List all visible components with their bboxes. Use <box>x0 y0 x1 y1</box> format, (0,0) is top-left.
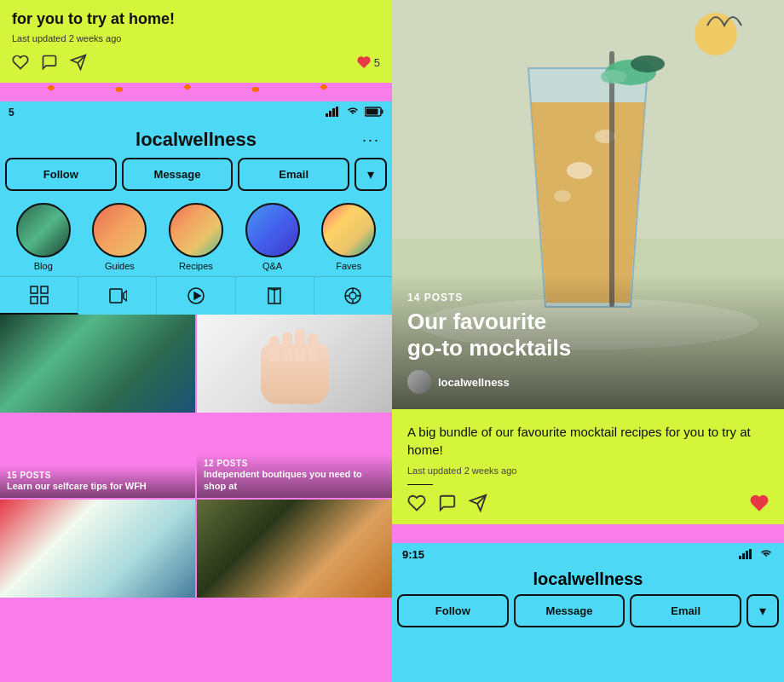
svg-rect-2 <box>326 113 328 117</box>
bottom-profile-preview: 9:15 localwellness Follow Message Email … <box>392 543 784 682</box>
main-container: for you to try at home! Last updated 2 w… <box>0 0 784 682</box>
preview-follow-button[interactable]: Follow <box>397 594 509 627</box>
svg-rect-39 <box>746 551 748 559</box>
top-card-icons <box>12 54 87 71</box>
big-post-overlay: 14 POSTS Our favouritego-to mocktails lo… <box>392 275 784 409</box>
desc-comment-button[interactable] <box>438 494 457 512</box>
dropdown-button[interactable]: ▾ <box>355 158 387 191</box>
big-post-card[interactable]: 14 POSTS Our favouritego-to mocktails lo… <box>392 0 784 409</box>
status-icons <box>326 107 383 118</box>
svg-rect-8 <box>366 109 378 115</box>
post-overlay-1: 15 POSTS Learn our selfcare tips for WFH <box>0 465 195 497</box>
desc-card: A big bundle of our favourite mocktail r… <box>392 409 784 524</box>
top-card-actions: 5 <box>12 54 380 71</box>
desc-text: A big bundle of our favourite mocktail r… <box>407 423 769 459</box>
story-circle-faves <box>321 203 376 257</box>
desc-divider <box>407 484 433 485</box>
svg-rect-38 <box>742 553 745 559</box>
tab-video[interactable] <box>78 277 157 315</box>
svg-rect-37 <box>739 556 741 559</box>
wifi-icon <box>345 107 360 118</box>
share-button[interactable] <box>70 54 87 71</box>
preview-status-bar: 9:15 <box>392 543 784 564</box>
tab-tag[interactable] <box>314 277 392 315</box>
svg-rect-7 <box>382 110 383 114</box>
story-label-blog: Blog <box>34 261 53 271</box>
preview-time: 9:15 <box>402 548 424 561</box>
tab-grid[interactable] <box>0 277 78 315</box>
battery-icon <box>365 107 383 118</box>
preview-email-button[interactable]: Email <box>630 594 741 627</box>
status-bar: 5 <box>0 101 392 122</box>
svg-point-29 <box>554 190 571 202</box>
svg-marker-14 <box>124 291 127 301</box>
preview-message-button[interactable]: Message <box>514 594 625 627</box>
big-post-count: 14 POSTS <box>407 292 769 303</box>
svg-rect-4 <box>332 108 335 117</box>
big-post-title: Our favouritego-to mocktails <box>407 309 769 361</box>
more-options-button[interactable]: ··· <box>362 131 380 149</box>
preview-username: localwellness <box>392 564 784 594</box>
svg-rect-10 <box>41 286 48 293</box>
story-label-guides: Guides <box>105 261 135 271</box>
post-thumb-3[interactable] <box>0 500 195 683</box>
heart-button[interactable] <box>12 54 29 71</box>
desc-actions <box>407 494 769 512</box>
profile-username: localwellness <box>135 129 257 151</box>
left-panel: for you to try at home! Last updated 2 w… <box>0 0 392 682</box>
story-label-recipes: Recipes <box>179 261 213 271</box>
story-blog[interactable]: Blog <box>16 203 71 271</box>
svg-rect-5 <box>336 107 338 117</box>
email-button[interactable]: Email <box>238 158 349 191</box>
story-recipes[interactable]: Recipes <box>169 203 223 271</box>
desc-bookmark-button[interactable] <box>750 494 769 512</box>
tab-book[interactable] <box>236 277 314 315</box>
like-count: 5 <box>357 55 380 69</box>
tabs-row <box>0 276 392 315</box>
signal-icon <box>326 107 341 118</box>
desc-share-button[interactable] <box>469 494 487 512</box>
top-card: for you to try at home! Last updated 2 w… <box>0 0 392 83</box>
svg-rect-30 <box>609 51 614 307</box>
profile-header: localwellness ··· <box>0 122 392 158</box>
svg-point-27 <box>567 162 592 179</box>
story-circle-guides <box>92 203 147 257</box>
status-time: 5 <box>9 107 14 118</box>
story-circle-recipes <box>169 203 223 257</box>
svg-rect-12 <box>41 297 48 303</box>
desc-heart-button[interactable] <box>407 494 426 512</box>
svg-rect-9 <box>31 286 37 293</box>
story-circle-qa <box>245 203 300 257</box>
svg-rect-11 <box>31 297 37 303</box>
animal-strip-right <box>392 524 784 543</box>
post-count-2: 12 POSTS <box>204 459 385 468</box>
post-title-2: Independent boutiques you need to shop a… <box>204 468 385 493</box>
tab-reels[interactable] <box>157 277 235 315</box>
story-faves[interactable]: Faves <box>321 203 376 271</box>
comment-button[interactable] <box>41 54 58 71</box>
preview-dropdown-button[interactable]: ▾ <box>747 594 779 627</box>
post-thumb-2[interactable]: 12 POSTS Independent boutiques you need … <box>197 315 392 498</box>
svg-marker-16 <box>194 292 200 299</box>
author-avatar <box>407 370 431 394</box>
svg-point-33 <box>601 70 626 84</box>
svg-point-32 <box>631 55 665 72</box>
svg-point-19 <box>349 292 356 299</box>
post-thumb-4[interactable] <box>197 500 392 683</box>
preview-status-icons <box>739 549 774 561</box>
story-label-qa: Q&A <box>262 261 282 271</box>
top-card-title: for you to try at home! <box>12 10 380 28</box>
story-guides[interactable]: Guides <box>92 203 147 271</box>
preview-actions: Follow Message Email ▾ <box>392 594 784 633</box>
svg-rect-13 <box>110 289 122 303</box>
svg-rect-3 <box>329 111 331 117</box>
top-card-updated: Last updated 2 weeks ago <box>12 33 380 43</box>
post-thumb-1[interactable]: 15 POSTS Learn our selfcare tips for WFH <box>0 315 195 498</box>
stories-row: Blog Guides Recipes Q&A Faves <box>0 199 392 276</box>
story-qa[interactable]: Q&A <box>245 203 300 271</box>
follow-button[interactable]: Follow <box>5 158 117 191</box>
right-panel: 14 POSTS Our favouritego-to mocktails lo… <box>392 0 784 682</box>
message-button[interactable]: Message <box>122 158 233 191</box>
post-count-1: 15 POSTS <box>7 471 188 480</box>
svg-point-34 <box>695 13 737 55</box>
